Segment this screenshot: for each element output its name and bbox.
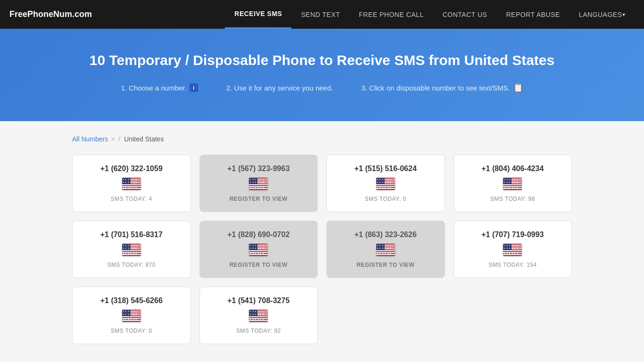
- sms-count: SMS TODAY: 0: [80, 328, 183, 334]
- us-flag-icon: [80, 178, 183, 196]
- phone-card[interactable]: +1 (541) 708-3275SMS TODAY: 92: [199, 287, 318, 344]
- nav-links: RECEIVE SMS SEND TEXT FREE PHONE CALL CO…: [225, 0, 635, 29]
- us-flag-icon: [461, 244, 565, 262]
- phone-number: +1 (804) 406-4234: [461, 165, 565, 173]
- breadcrumb-current: United States: [124, 135, 164, 143]
- brand-logo[interactable]: FreePhoneNum.com: [9, 9, 92, 19]
- phone-number: +1 (318) 545-6266: [80, 296, 183, 305]
- nav-send-text[interactable]: SEND TEXT: [291, 0, 349, 29]
- sms-count: SMS TODAY: 0: [334, 196, 438, 202]
- us-flag-icon: [207, 310, 311, 328]
- sms-count: SMS TODAY: 154: [461, 262, 565, 268]
- hero-step-1-text: 1. Choose a number.: [121, 84, 186, 92]
- nav-contact-us[interactable]: CONTACT US: [433, 0, 497, 29]
- sms-count: SMS TODAY: 92: [207, 328, 311, 334]
- phone-card: +1 (828) 690-0702REGISTER TO VIEW: [199, 221, 318, 278]
- hero-section: 10 Temporary / Disposable Phone to Recei…: [0, 29, 644, 121]
- nav-receive-sms[interactable]: RECEIVE SMS: [225, 0, 291, 29]
- us-flag-icon: [334, 178, 438, 196]
- phone-number: +1 (828) 690-0702: [207, 230, 311, 239]
- breadcrumb: All Numbers > / United States: [72, 135, 572, 143]
- us-flag-icon: [461, 178, 565, 196]
- phone-icon: 📋: [513, 82, 523, 93]
- register-label: REGISTER TO VIEW: [334, 262, 438, 268]
- us-flag-icon: [80, 310, 183, 328]
- phone-card[interactable]: +1 (318) 545-6266SMS TODAY: 0: [72, 287, 191, 344]
- nav-languages[interactable]: LANGUAGES: [570, 0, 635, 29]
- phone-number: +1 (620) 322-1059: [80, 165, 183, 173]
- nav-report-abuse[interactable]: REPORT ABUSE: [496, 0, 569, 29]
- phone-number: +1 (701) 516-8317: [80, 230, 183, 239]
- hero-step-1: 1. Choose a number. i: [121, 82, 198, 93]
- nav-free-phone-call[interactable]: FREE PHONE CALL: [349, 0, 433, 29]
- us-flag-icon: [80, 244, 183, 262]
- phone-card[interactable]: +1 (804) 406-4234SMS TODAY: 98: [454, 155, 572, 212]
- phone-card: +1 (863) 323-2626REGISTER TO VIEW: [326, 221, 445, 278]
- phone-card: +1 (567) 323-9963REGISTER TO VIEW: [199, 155, 318, 212]
- hero-step-3-text: 3. Click on disposable number to see tex…: [361, 84, 510, 92]
- main-content: All Numbers > / United States +1 (620) 3…: [63, 121, 581, 358]
- hero-step-2-text: 2. Use it for any service you need.: [226, 84, 333, 92]
- register-label: REGISTER TO VIEW: [207, 196, 311, 202]
- phone-card[interactable]: +1 (515) 516-0624SMS TODAY: 0: [326, 155, 445, 212]
- sms-count: SMS TODAY: 98: [461, 196, 565, 202]
- us-flag-icon: [334, 244, 438, 262]
- phone-number: +1 (567) 323-9963: [207, 165, 311, 173]
- phone-card[interactable]: +1 (701) 516-8317SMS TODAY: 870: [72, 221, 191, 278]
- phone-card[interactable]: +1 (620) 322-1059SMS TODAY: 4: [72, 155, 191, 212]
- info-icon: i: [190, 83, 198, 92]
- hero-steps: 1. Choose a number. i 2. Use it for any …: [9, 82, 635, 93]
- sms-count: SMS TODAY: 870: [80, 262, 183, 268]
- phone-card[interactable]: +1 (707) 719-0993SMS TODAY: 154: [454, 221, 572, 278]
- phone-number: +1 (707) 719-0993: [461, 230, 565, 239]
- hero-step-3: 3. Click on disposable number to see tex…: [361, 82, 523, 93]
- phone-number: +1 (515) 516-0624: [334, 165, 438, 173]
- sms-count: SMS TODAY: 4: [80, 196, 183, 202]
- hero-step-2: 2. Use it for any service you need.: [226, 82, 333, 93]
- breadcrumb-slash: /: [118, 135, 120, 143]
- phone-number: +1 (863) 323-2626: [334, 230, 438, 239]
- hero-title: 10 Temporary / Disposable Phone to Recei…: [9, 52, 635, 68]
- register-label: REGISTER TO VIEW: [207, 262, 311, 268]
- navbar: FreePhoneNum.com RECEIVE SMS SEND TEXT F…: [0, 0, 644, 29]
- us-flag-icon: [207, 178, 311, 196]
- phone-grid: +1 (620) 322-1059SMS TODAY: 4+1 (567) 32…: [72, 155, 572, 344]
- breadcrumb-separator: >: [111, 135, 115, 143]
- phone-number: +1 (541) 708-3275: [207, 296, 311, 305]
- us-flag-icon: [207, 244, 311, 262]
- breadcrumb-all-numbers[interactable]: All Numbers: [72, 135, 108, 143]
